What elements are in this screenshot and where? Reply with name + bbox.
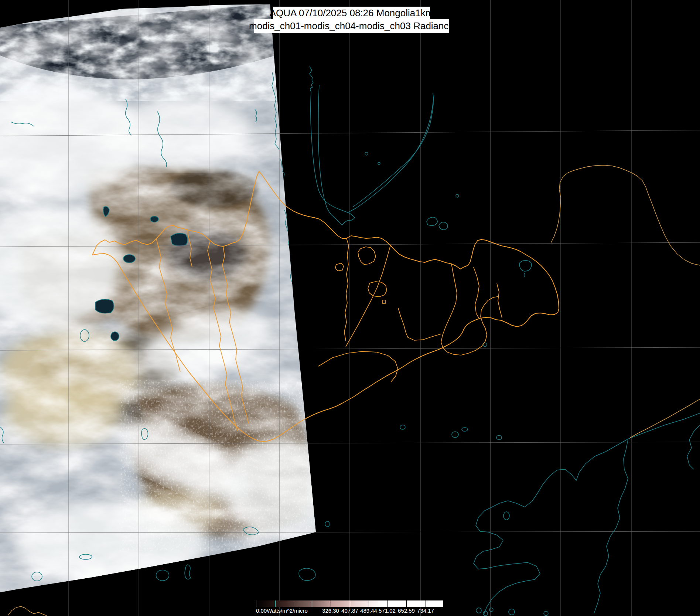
colorbar-tick-label: 734.17: [417, 608, 434, 614]
colorbar-tick-label: 571.02: [379, 608, 396, 614]
colorbar-tick: [442, 600, 442, 607]
island: [400, 425, 405, 429]
island: [452, 432, 458, 438]
satellite-swath: [0, 0, 336, 613]
province-boundary: [497, 283, 502, 318]
island: [156, 570, 169, 581]
island: [325, 521, 330, 527]
lake-dot: [456, 194, 459, 197]
province-boundary: [344, 238, 349, 341]
colorbar-tick: [387, 600, 387, 607]
province-boundary: [441, 264, 499, 355]
lake-baikal-west-shore: [310, 67, 355, 225]
province-boundary: [318, 351, 398, 382]
province-boundary-loop: [382, 300, 386, 303]
map-title-text: AQUA 07/10/2025 08:26 Mongolia1km: [270, 7, 434, 19]
satellite-viewer: AQUA 07/10/2025 08:26 Mongolia1km modis_…: [0, 0, 700, 616]
island: [299, 568, 315, 581]
colorbar-tick: [369, 600, 369, 607]
coastline-fragment: [687, 425, 700, 469]
colorbar-tick-label: 489.44: [360, 608, 377, 614]
russia-china-border: [551, 165, 700, 265]
island-jeju: [503, 512, 509, 520]
lake: [111, 332, 119, 341]
colorbar-tick: [294, 600, 294, 607]
colorbar-tick-label: 407.87: [341, 608, 358, 614]
province-boundary: [398, 308, 441, 340]
colorbar-tick-label: 326.30: [322, 608, 339, 614]
snow-speckle-texture: [129, 388, 321, 543]
province-boundary-loop: [335, 263, 344, 271]
map-subtitle-text: modis_ch01-modis_ch04-modis_ch03 Radianc…: [249, 20, 454, 32]
colorbar-tick: [256, 600, 256, 607]
province-boundary-loop: [368, 282, 387, 297]
province-boundary-loop: [358, 247, 376, 265]
island: [544, 611, 548, 616]
colorbar-tick: [426, 600, 426, 607]
province-boundary: [346, 245, 390, 347]
island: [185, 565, 191, 579]
lake-uvs: [171, 233, 188, 246]
lake-buir: [519, 261, 532, 277]
border-fragment-bottom-left: [8, 606, 47, 616]
map-title: AQUA 07/10/2025 08:26 Mongolia1km: [273, 7, 430, 19]
island: [496, 435, 502, 440]
colorbar-value-marker: [275, 600, 276, 607]
colorbar-tick: [406, 600, 407, 607]
colorbar-tick: [331, 600, 331, 607]
colorbar-tick-label: 652.59: [398, 608, 415, 614]
lake-dot: [378, 162, 380, 164]
coastline-korea: [594, 440, 628, 613]
lake: [123, 255, 135, 263]
lake: [427, 217, 437, 226]
island: [462, 428, 468, 431]
lake-dot: [365, 152, 368, 155]
lake-khar-us: [95, 299, 114, 313]
lake: [439, 222, 448, 230]
china-korea-border: [630, 399, 700, 438]
province-boundary: [474, 267, 479, 319]
colorbar-tick: [350, 600, 350, 607]
colorbar: [256, 600, 443, 607]
colorbar-labels: 0.00Watts/m^2/micro 326.30 407.87 489.44…: [256, 608, 515, 614]
map-canvas: [0, 0, 700, 616]
lake: [150, 216, 158, 222]
map-subtitle: modis_ch01-modis_ch04-modis_ch03 Radianc…: [254, 19, 449, 33]
lake-baikal-east-shore-2: [349, 95, 434, 212]
colorbar-tick: [312, 600, 312, 607]
colorbar-unit-label: 0.00Watts/m^2/micro: [256, 608, 308, 614]
coastline-bohai: [474, 413, 700, 614]
lake-baikal-east-shore: [353, 93, 433, 207]
